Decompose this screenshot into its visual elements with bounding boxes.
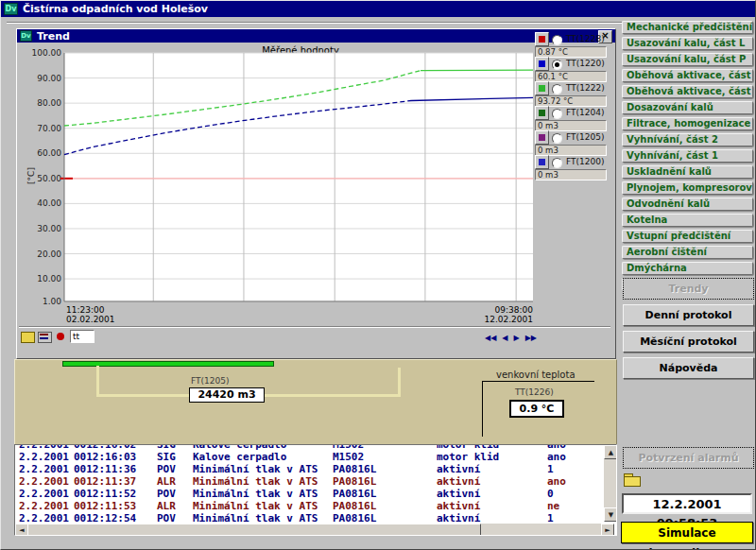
series-color-button[interactable] [535,57,549,71]
series-color-button[interactable] [535,106,549,120]
svg-text:50.00: 50.00 [37,174,61,183]
log-cell-time: 0012:11:37 [74,475,136,488]
log-cell-time: 0012:12:54 [74,512,136,523]
report-icon[interactable] [38,332,52,343]
log-cell-type: SIG [157,451,176,463]
scroll-down-icon[interactable]: ▼ [604,507,617,522]
legend-entry: FT(1205)0 m3 [535,130,607,155]
folder-icon[interactable] [624,473,641,486]
series-radio[interactable] [552,133,562,144]
nav-button-10[interactable]: Uskladnění kalů [622,165,753,179]
svg-text:20.00: 20.00 [37,249,61,259]
series-radio[interactable] [552,84,562,95]
trend-nav-arrow-3[interactable]: ▶▶ [523,333,540,343]
help-button[interactable]: Nápověda [623,357,754,379]
log-row[interactable]: 2.2.20010012:11:37ALRMinimální tlak v AT… [17,475,601,488]
nav-button-15[interactable]: Aerobní čištění [622,246,753,259]
event-log[interactable]: 2.2.20010012:16:02SIGKalove cerpadloM150… [14,444,617,536]
log-row[interactable]: 2.2.20010012:16:03SIGKalove cerpadloM150… [17,451,601,463]
pipe [398,368,401,396]
trend-nav-arrow-0[interactable]: ◀◀ [482,333,499,343]
trends-button: Trendy [623,278,754,300]
nav-button-11[interactable]: Plynojem, kompresorovna [622,181,753,195]
log-cell-desc: Minimální tlak v ATS [193,500,318,512]
log-row[interactable]: 2.2.20010012:11:53ALRMinimální tlak v AT… [17,500,601,512]
trend-title-bar[interactable]: Dv Trend × [17,29,615,43]
nav-button-6[interactable]: Dosazování kalů [622,101,753,114]
nav-button-7[interactable]: Filtrace, homogenizace [622,117,753,130]
nav-button-5[interactable]: Oběhová aktivace, část L [622,85,753,98]
series-value: 0 m3 [535,169,607,180]
series-label: TT(1220) [566,59,605,68]
hscroll-thumb[interactable] [27,524,481,536]
main-title-bar: Dv Čistírna odpadních vod Holešov [1,1,755,17]
series-color-button[interactable] [535,81,549,95]
monthly-report-button[interactable]: Měsíční protokol [623,331,754,352]
log-vscrollbar[interactable]: ▲ ▼ [604,445,616,522]
daily-report-button[interactable]: Denní protokol [623,304,754,326]
legend-entry: TT(1228)0.87 °C [535,32,607,57]
series-radio[interactable] [552,109,562,119]
series-radio[interactable] [552,35,562,45]
log-cell-tag: PA0816L [333,488,376,500]
process-panel: FT(1205) 24420 m3 venkovní teplota TT(12… [14,359,617,445]
log-cell-date: 2.2.2001 [19,463,69,475]
series-color-button[interactable] [535,32,549,46]
series-radio[interactable] [552,60,562,70]
nav-button-12[interactable]: Odvodnění kalů [622,198,753,211]
legend-entry: FT(1200)0 m3 [535,155,607,180]
cursor-value-field[interactable]: tt [70,330,94,343]
log-cell-tag: M1502 [333,451,364,463]
series-label: FT(1205) [566,132,604,142]
log-cell-value: 1 [547,463,554,475]
log-cell-value: ne [547,500,559,512]
log-cell-state: aktivní [437,463,480,475]
nav-button-1[interactable]: Mechanické předčištění [622,21,753,34]
log-cell-desc: Minimální tlak v ATS [193,463,318,475]
settings-icon[interactable] [21,332,35,343]
svg-text:40.00: 40.00 [37,198,61,208]
x-axis-start-label: 11:23:0002.02.2001 [66,305,115,324]
nav-button-2[interactable]: Usazování kalu, část L [622,37,753,50]
nav-button-4[interactable]: Oběhová aktivace, část P [622,69,753,82]
log-row[interactable]: 2.2.20010012:12:54POVMinimální tlak v AT… [17,512,601,523]
log-row[interactable]: 2.2.20010012:11:52POVMinimální tlak v AT… [17,488,601,500]
trend-nav-arrow-2[interactable]: ▶ [510,333,522,343]
series-label: FT(1200) [566,157,604,166]
log-row[interactable]: 2.2.20010012:11:36POVMinimální tlak v AT… [17,463,601,475]
log-cell-state: aktivní [437,500,480,512]
log-cell-date: 2.2.2001 [19,451,69,463]
log-cell-state: aktivní [437,488,480,500]
nav-button-16[interactable]: Dmýchárna [622,262,753,275]
trend-nav-arrow-1[interactable]: ◀ [499,333,510,343]
log-cell-date: 2.2.2001 [19,500,69,512]
nav-button-3[interactable]: Usazování kalu, část P [622,53,753,66]
series-color-button[interactable] [535,155,549,169]
main-window-title: Čistírna odpadních vod Holešov [23,3,208,15]
log-cell-time: 0012:11:53 [74,500,136,512]
nav-button-14[interactable]: Vstupní předčištění [622,230,753,243]
scroll-left-icon[interactable]: ◄ [15,524,28,536]
log-cell-desc: Minimální tlak v ATS [193,475,318,488]
log-cell-desc: Minimální tlak v ATS [193,512,318,523]
log-cell-time: 0012:16:03 [74,451,136,463]
log-cell-tag: PA0816L [333,500,376,512]
trend-window: Dv Trend × Měřené hodnoty [°C] 100.0090.… [16,28,616,359]
scroll-up-icon[interactable]: ▲ [604,445,617,459]
flow-tag-label: FT(1205) [191,376,229,386]
log-hscrollbar[interactable]: ◄ ► [15,524,614,535]
log-cell-value: 0 [547,488,554,500]
series-label: TT(1222) [566,83,605,93]
series-radio[interactable] [552,158,562,168]
nav-button-8[interactable]: Vyhnívání, část 2 [622,133,753,146]
trend-chart[interactable]: 100.0090.0080.0070.0060.0050.0040.0030.0… [23,45,548,319]
log-cell-value: 1 [547,512,554,523]
series-color-button[interactable] [535,130,549,145]
trend-toolbar: tt ◀◀◀▶▶▶ [21,330,609,343]
simulate-communication-button[interactable]: Simulace komunikace [621,522,753,543]
nav-button-13[interactable]: Kotelna [622,214,753,227]
nav-button-9[interactable]: Vyhnívání, část 1 [622,149,753,163]
record-icon[interactable] [57,333,64,340]
scroll-right-icon[interactable]: ► [601,524,614,536]
app-icon: Dv [4,3,18,15]
